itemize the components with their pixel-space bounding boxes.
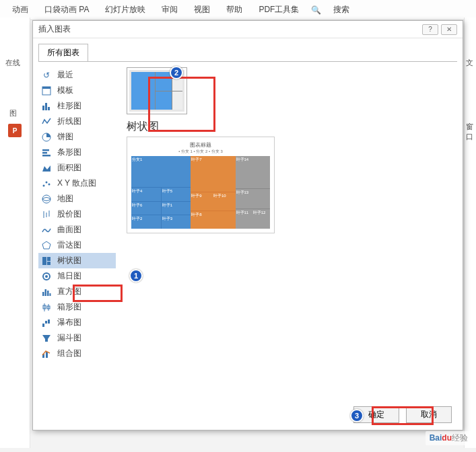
svg-rect-23 [45, 289, 47, 296]
svg-rect-22 [42, 292, 44, 296]
cat-sunburst[interactable]: 旭日图 [38, 268, 116, 284]
svg-point-9 [43, 184, 45, 186]
cat-box[interactable]: 箱形图 [38, 299, 116, 315]
svg-point-11 [48, 183, 50, 185]
chart-category-list: ↺最近 模板 柱形图 折线图 饼图 条形图 面积图 X Y 散点图 地图 股价图… [38, 67, 116, 393]
scatter-icon [41, 178, 52, 189]
svg-marker-16 [42, 241, 50, 249]
svg-rect-3 [45, 103, 47, 110]
cat-histogram[interactable]: 直方图 [38, 284, 116, 299]
svg-rect-19 [47, 262, 50, 265]
treemap-thumb-grid [131, 72, 182, 110]
dialog-title-text: 插入图表 [38, 24, 419, 35]
chart-legend: • 分支 1 • 分支 2 • 分支 3 [131, 149, 270, 155]
dialog-titlebar: 插入图表 ? ✕ [33, 21, 463, 38]
wen-label: 文 [465, 17, 476, 108]
recent-icon: ↺ [41, 70, 52, 81]
right-background-strip: 文 窗口 [464, 17, 476, 448]
cat-line[interactable]: 折线图 [38, 114, 116, 129]
svg-rect-31 [45, 321, 47, 324]
svg-rect-7 [42, 152, 47, 154]
cat-surface[interactable]: 曲面图 [38, 222, 116, 237]
dialog-tabbar: 所有图表 [33, 38, 463, 61]
tab-pocket-animation[interactable]: 口袋动画 PA [36, 1, 97, 18]
svg-point-10 [46, 181, 48, 183]
cat-template[interactable]: 模板 [38, 83, 116, 98]
tab-animation[interactable]: 动画 [4, 1, 36, 18]
radar-icon [41, 240, 52, 251]
map-icon [41, 194, 52, 204]
cat-radar[interactable]: 雷达图 [38, 237, 116, 253]
svg-rect-1 [42, 87, 50, 89]
cat-area[interactable]: 面积图 [38, 160, 116, 176]
cat-scatter[interactable]: X Y 散点图 [38, 176, 116, 191]
cat-column[interactable]: 柱形图 [38, 98, 116, 114]
svg-rect-35 [46, 352, 48, 358]
tab-help[interactable]: 帮助 [218, 1, 250, 18]
pic-label: 图 [0, 108, 30, 118]
svg-rect-17 [42, 257, 46, 265]
insert-chart-dialog: 插入图表 ? ✕ 所有图表 ↺最近 模板 柱形图 折线图 饼图 条形图 面积图 … [32, 20, 463, 430]
combo-icon [41, 348, 52, 359]
chart-subtype-area: 树状图 图表标题 • 分支 1 • 分支 2 • 分支 3 分支1 叶子4叶子5… [118, 62, 463, 398]
treemap-subtype-thumbnail[interactable] [127, 67, 187, 114]
ribbon-tabs: 动画 口袋动画 PA 幻灯片放映 审阅 视图 帮助 PDF工具集 🔍 搜索 [0, 0, 476, 20]
svg-rect-6 [42, 149, 49, 151]
svg-rect-2 [42, 106, 44, 110]
search-label[interactable]: 搜索 [325, 1, 472, 18]
stock-icon [41, 209, 52, 220]
left-background-strip: 在线 图 P [0, 17, 30, 448]
surface-icon [41, 225, 52, 235]
svg-rect-30 [42, 324, 44, 327]
treemap-preview-body: 分支1 叶子4叶子5 叶子6叶子1 叶子2叶子3 叶子7 叶子9叶子10 叶子8… [131, 156, 270, 229]
svg-point-12 [42, 195, 50, 203]
line-icon [41, 116, 52, 127]
dialog-panel: ↺最近 模板 柱形图 折线图 饼图 条形图 面积图 X Y 散点图 地图 股价图… [33, 62, 463, 398]
cat-map[interactable]: 地图 [38, 191, 116, 206]
cat-stock[interactable]: 股价图 [38, 206, 116, 222]
svg-rect-32 [48, 319, 50, 324]
svg-marker-33 [42, 335, 50, 342]
area-icon [41, 163, 52, 174]
ok-button[interactable]: 确定 [353, 406, 399, 423]
pie-icon [41, 132, 52, 143]
chart-preview: 图表标题 • 分支 1 • 分支 2 • 分支 3 分支1 叶子4叶子5 叶子6… [127, 137, 275, 233]
svg-rect-4 [48, 107, 50, 110]
box-icon [41, 302, 52, 313]
cat-waterfall[interactable]: 瀑布图 [38, 315, 116, 330]
bar-icon [41, 147, 52, 158]
preview-title: 树状图 [127, 120, 454, 134]
template-icon [41, 85, 52, 96]
sunburst-icon [41, 271, 52, 282]
cancel-button[interactable]: 取消 [406, 406, 452, 423]
online-label: 在线 [0, 17, 30, 108]
watermark: Baidu经验 [426, 431, 472, 445]
svg-rect-24 [47, 291, 49, 296]
dialog-footer: 确定 取消 [353, 406, 452, 423]
tab-view[interactable]: 视图 [186, 1, 218, 18]
histogram-icon [41, 287, 52, 297]
tab-pdf-tools[interactable]: PDF工具集 [250, 1, 307, 18]
cat-pie[interactable]: 饼图 [38, 129, 116, 145]
cat-bar[interactable]: 条形图 [38, 145, 116, 160]
treemap-icon [41, 256, 52, 266]
tab-slideshow[interactable]: 幻灯片放映 [97, 1, 154, 18]
tab-all-charts[interactable]: 所有图表 [38, 44, 88, 61]
svg-rect-18 [47, 257, 50, 261]
cat-recent[interactable]: ↺最近 [38, 67, 116, 83]
cat-treemap[interactable]: 树状图 [38, 253, 116, 268]
waterfall-icon [41, 317, 52, 328]
funnel-icon [41, 333, 52, 344]
help-button[interactable]: ? [422, 24, 438, 35]
powerpoint-icon[interactable]: P [8, 124, 22, 137]
close-button[interactable]: ✕ [441, 24, 457, 35]
tab-review[interactable]: 审阅 [154, 1, 186, 18]
svg-rect-25 [50, 293, 51, 296]
chart-title: 图表标题 [131, 141, 270, 149]
cat-combo[interactable]: 组合图 [38, 346, 116, 361]
svg-point-21 [45, 275, 48, 278]
search-icon[interactable]: 🔍 [307, 3, 325, 17]
cat-funnel[interactable]: 漏斗图 [38, 330, 116, 346]
column-icon [41, 101, 52, 112]
window-label: 窗口 [465, 108, 476, 182]
